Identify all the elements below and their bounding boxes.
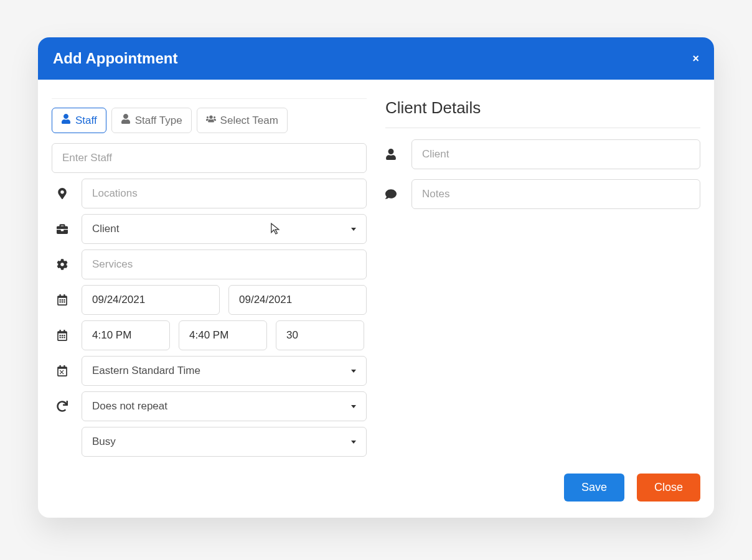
users-icon [206, 114, 216, 127]
left-divider [52, 98, 367, 99]
form-left-column: Staff Staff Type Select Team [52, 98, 367, 462]
close-button[interactable]: Close [637, 474, 700, 502]
staff-tab-row: Staff Staff Type Select Team [52, 108, 367, 133]
notes-input[interactable] [411, 179, 700, 209]
end-time-input[interactable] [179, 320, 267, 350]
availability-select[interactable]: Busy [82, 427, 367, 457]
user-icon [385, 149, 402, 160]
close-icon[interactable]: × [692, 52, 699, 65]
start-date-input[interactable] [82, 285, 220, 315]
row-dates [52, 285, 367, 315]
row-notes [385, 179, 700, 209]
chevron-down-icon [351, 405, 356, 408]
comment-icon [385, 189, 402, 200]
client-details-heading: Client Details [385, 98, 700, 118]
user-icon [61, 114, 71, 127]
modal-title: Add Appointment [53, 50, 177, 67]
tab-label: Staff [75, 114, 97, 127]
locations-input[interactable] [82, 179, 367, 208]
select-value: Does not repeat [92, 400, 167, 413]
row-services [52, 250, 367, 279]
row-client-type: Client [52, 214, 367, 244]
tab-staff[interactable]: Staff [52, 108, 106, 133]
client-type-select[interactable]: Client [82, 214, 367, 244]
right-divider [385, 128, 700, 128]
modal-footer: Save Close [38, 462, 714, 518]
save-button[interactable]: Save [564, 474, 624, 502]
row-timezone: Eastern Standard Time [52, 356, 367, 386]
briefcase-icon [52, 223, 82, 235]
end-date-input[interactable] [228, 285, 367, 315]
tab-label: Select Team [220, 114, 278, 127]
row-repeat: Does not repeat [52, 391, 367, 421]
row-times [52, 320, 367, 350]
select-value: Busy [92, 436, 116, 448]
row-enter-staff [52, 143, 367, 173]
chevron-down-icon [351, 228, 356, 231]
duration-input[interactable] [276, 320, 364, 350]
enter-staff-input[interactable] [52, 143, 367, 173]
tab-label: Staff Type [135, 114, 182, 127]
map-pin-icon [52, 188, 82, 199]
services-input[interactable] [82, 250, 367, 279]
calendar-x-icon [52, 365, 82, 376]
row-client-name [385, 139, 700, 169]
select-value: Client [92, 223, 119, 235]
modal-body: Staff Staff Type Select Team [38, 80, 714, 462]
modal-header: Add Appointment × [38, 37, 714, 80]
calendar-icon [52, 294, 82, 306]
user-icon [121, 114, 131, 127]
chevron-down-icon [351, 441, 356, 444]
start-time-input[interactable] [82, 320, 170, 350]
gear-icon [52, 259, 82, 270]
client-details-column: Client Details [385, 98, 700, 462]
add-appointment-modal: Add Appointment × Staff Staff Type [38, 37, 714, 518]
row-availability: Busy [52, 427, 367, 457]
client-name-input[interactable] [411, 139, 700, 169]
select-value: Eastern Standard Time [92, 365, 200, 377]
redo-icon [52, 401, 82, 412]
row-locations [52, 179, 367, 208]
calendar-icon [52, 330, 82, 341]
tab-select-team[interactable]: Select Team [197, 108, 288, 133]
tab-staff-type[interactable]: Staff Type [111, 108, 192, 133]
repeat-select[interactable]: Does not repeat [82, 391, 367, 421]
chevron-down-icon [351, 370, 356, 373]
timezone-select[interactable]: Eastern Standard Time [82, 356, 367, 386]
